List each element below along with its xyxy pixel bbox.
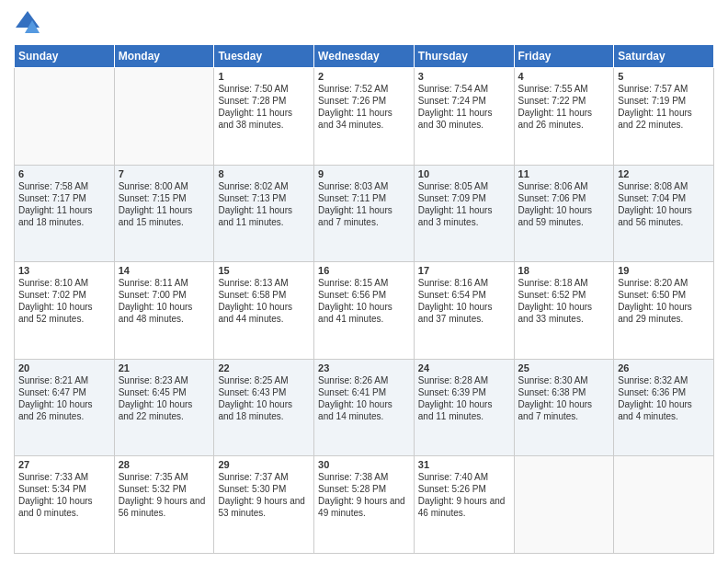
day-cell: 12Sunrise: 8:08 AM Sunset: 7:04 PM Dayli… [614,165,714,262]
day-number: 6 [18,168,110,179]
day-cell: 6Sunrise: 7:58 AM Sunset: 7:17 PM Daylig… [15,165,115,262]
day-info: Sunrise: 8:16 AM Sunset: 6:54 PM Dayligh… [418,277,510,325]
day-number: 28 [119,459,210,470]
day-info: Sunrise: 7:55 AM Sunset: 7:22 PM Dayligh… [518,83,610,131]
week-row-5: 27Sunrise: 7:33 AM Sunset: 5:34 PM Dayli… [15,456,714,554]
day-info: Sunrise: 8:10 AM Sunset: 7:02 PM Dayligh… [18,277,110,325]
day-number: 9 [318,168,410,179]
day-info: Sunrise: 8:30 AM Sunset: 6:38 PM Dayligh… [518,374,610,422]
day-info: Sunrise: 8:00 AM Sunset: 7:15 PM Dayligh… [119,180,210,228]
day-info: Sunrise: 8:28 AM Sunset: 6:39 PM Dayligh… [418,374,510,422]
weekday-header-monday: Monday [114,45,214,68]
day-number: 26 [618,362,710,373]
day-cell: 23Sunrise: 8:26 AM Sunset: 6:41 PM Dayli… [314,359,415,456]
day-cell: 21Sunrise: 8:23 AM Sunset: 6:45 PM Dayli… [114,359,214,456]
weekday-header-sunday: Sunday [15,45,115,68]
day-info: Sunrise: 7:58 AM Sunset: 7:17 PM Dayligh… [18,180,110,228]
day-number: 2 [318,71,410,82]
day-number: 21 [119,362,210,373]
day-info: Sunrise: 7:52 AM Sunset: 7:26 PM Dayligh… [318,83,410,131]
svg-marker-0 [16,11,40,28]
day-cell: 10Sunrise: 8:05 AM Sunset: 7:09 PM Dayli… [414,165,514,262]
calendar-body: 1Sunrise: 7:50 AM Sunset: 7:28 PM Daylig… [15,68,714,554]
day-cell: 16Sunrise: 8:15 AM Sunset: 6:56 PM Dayli… [314,262,415,360]
day-cell: 17Sunrise: 8:16 AM Sunset: 6:54 PM Dayli… [414,262,514,360]
logo [14,9,43,37]
day-number: 22 [218,362,310,373]
day-info: Sunrise: 8:08 AM Sunset: 7:04 PM Dayligh… [618,180,710,228]
day-cell: 4Sunrise: 7:55 AM Sunset: 7:22 PM Daylig… [514,68,614,166]
day-number: 25 [518,362,610,373]
week-row-1: 1Sunrise: 7:50 AM Sunset: 7:28 PM Daylig… [15,68,714,166]
day-cell: 28Sunrise: 7:35 AM Sunset: 5:32 PM Dayli… [114,456,214,554]
day-info: Sunrise: 7:35 AM Sunset: 5:32 PM Dayligh… [119,471,210,519]
day-cell: 19Sunrise: 8:20 AM Sunset: 6:50 PM Dayli… [614,262,714,360]
day-cell: 1Sunrise: 7:50 AM Sunset: 7:28 PM Daylig… [214,68,314,166]
day-cell: 24Sunrise: 8:28 AM Sunset: 6:39 PM Dayli… [414,359,514,456]
day-cell: 25Sunrise: 8:30 AM Sunset: 6:38 PM Dayli… [514,359,614,456]
day-number: 4 [518,71,610,82]
day-number: 7 [119,168,210,179]
day-info: Sunrise: 8:02 AM Sunset: 7:13 PM Dayligh… [218,180,310,228]
day-info: Sunrise: 8:13 AM Sunset: 6:58 PM Dayligh… [218,277,310,325]
day-info: Sunrise: 7:54 AM Sunset: 7:24 PM Dayligh… [418,83,510,131]
day-number: 13 [18,265,110,276]
weekday-header-wednesday: Wednesday [314,45,415,68]
day-number: 29 [218,459,310,470]
day-cell: 22Sunrise: 8:25 AM Sunset: 6:43 PM Dayli… [214,359,314,456]
day-info: Sunrise: 7:50 AM Sunset: 7:28 PM Dayligh… [218,83,310,131]
day-number: 11 [518,168,610,179]
day-info: Sunrise: 8:20 AM Sunset: 6:50 PM Dayligh… [618,277,710,325]
logo-icon [14,9,41,37]
day-number: 12 [618,168,710,179]
day-cell: 14Sunrise: 8:11 AM Sunset: 7:00 PM Dayli… [114,262,214,360]
day-info: Sunrise: 8:18 AM Sunset: 6:52 PM Dayligh… [518,277,610,325]
day-number: 1 [218,71,310,82]
day-info: Sunrise: 8:26 AM Sunset: 6:41 PM Dayligh… [318,374,410,422]
header [14,9,714,37]
day-number: 31 [418,459,510,470]
day-cell: 9Sunrise: 8:03 AM Sunset: 7:11 PM Daylig… [314,165,415,262]
calendar-table: SundayMondayTuesdayWednesdayThursdayFrid… [14,44,714,554]
day-number: 18 [518,265,610,276]
day-info: Sunrise: 8:15 AM Sunset: 6:56 PM Dayligh… [318,277,410,325]
weekday-header-saturday: Saturday [614,45,714,68]
day-cell: 11Sunrise: 8:06 AM Sunset: 7:06 PM Dayli… [514,165,614,262]
day-cell: 18Sunrise: 8:18 AM Sunset: 6:52 PM Dayli… [514,262,614,360]
day-cell [614,456,714,554]
day-number: 16 [318,265,410,276]
day-number: 14 [119,265,210,276]
day-cell: 5Sunrise: 7:57 AM Sunset: 7:19 PM Daylig… [614,68,714,166]
day-number: 30 [318,459,410,470]
day-number: 15 [218,265,310,276]
day-cell: 7Sunrise: 8:00 AM Sunset: 7:15 PM Daylig… [114,165,214,262]
page: SundayMondayTuesdayWednesdayThursdayFrid… [0,0,728,563]
day-cell: 3Sunrise: 7:54 AM Sunset: 7:24 PM Daylig… [414,68,514,166]
day-cell: 8Sunrise: 8:02 AM Sunset: 7:13 PM Daylig… [214,165,314,262]
day-cell: 15Sunrise: 8:13 AM Sunset: 6:58 PM Dayli… [214,262,314,360]
day-info: Sunrise: 8:21 AM Sunset: 6:47 PM Dayligh… [18,374,110,422]
day-info: Sunrise: 7:38 AM Sunset: 5:28 PM Dayligh… [318,471,410,519]
weekday-header-friday: Friday [514,45,614,68]
day-number: 5 [618,71,710,82]
day-info: Sunrise: 7:57 AM Sunset: 7:19 PM Dayligh… [618,83,710,131]
day-number: 19 [618,265,710,276]
day-cell: 29Sunrise: 7:37 AM Sunset: 5:30 PM Dayli… [214,456,314,554]
day-info: Sunrise: 8:05 AM Sunset: 7:09 PM Dayligh… [418,180,510,228]
day-number: 3 [418,71,510,82]
day-number: 23 [318,362,410,373]
day-cell: 27Sunrise: 7:33 AM Sunset: 5:34 PM Dayli… [15,456,115,554]
weekday-row: SundayMondayTuesdayWednesdayThursdayFrid… [15,45,714,68]
week-row-3: 13Sunrise: 8:10 AM Sunset: 7:02 PM Dayli… [15,262,714,360]
day-number: 10 [418,168,510,179]
calendar-header: SundayMondayTuesdayWednesdayThursdayFrid… [15,45,714,68]
day-info: Sunrise: 7:40 AM Sunset: 5:26 PM Dayligh… [418,471,510,519]
day-info: Sunrise: 8:25 AM Sunset: 6:43 PM Dayligh… [218,374,310,422]
week-row-4: 20Sunrise: 8:21 AM Sunset: 6:47 PM Dayli… [15,359,714,456]
day-info: Sunrise: 7:33 AM Sunset: 5:34 PM Dayligh… [18,471,110,519]
day-info: Sunrise: 8:03 AM Sunset: 7:11 PM Dayligh… [318,180,410,228]
weekday-header-tuesday: Tuesday [214,45,314,68]
weekday-header-thursday: Thursday [414,45,514,68]
week-row-2: 6Sunrise: 7:58 AM Sunset: 7:17 PM Daylig… [15,165,714,262]
day-number: 24 [418,362,510,373]
